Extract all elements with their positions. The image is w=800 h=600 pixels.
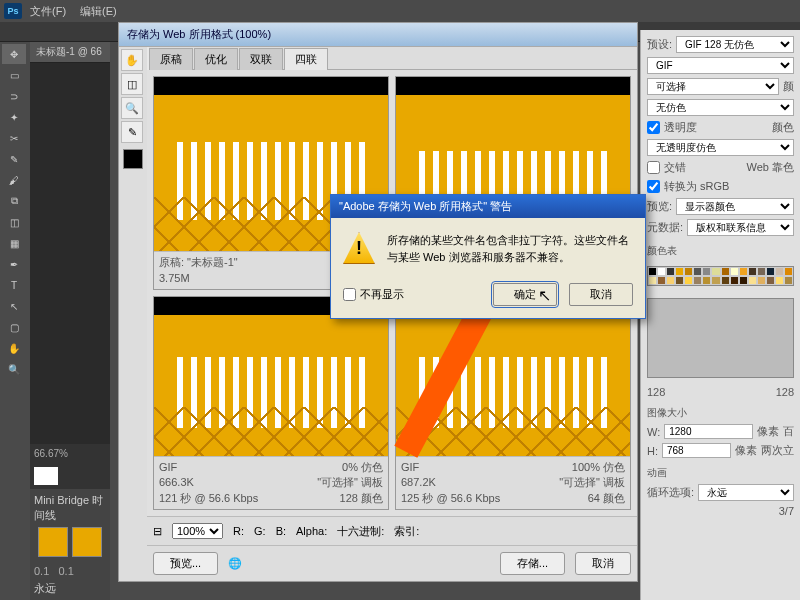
color-swatch[interactable]: [721, 276, 730, 285]
color-swatch[interactable]: [675, 276, 684, 285]
move-tool-icon[interactable]: ✥: [2, 44, 26, 64]
preview-button[interactable]: 预览...: [153, 552, 218, 575]
color-swatch[interactable]: [739, 276, 748, 285]
interlaced-check[interactable]: [647, 161, 660, 174]
frame-counter: 3/7: [779, 505, 794, 517]
foreground-swatch[interactable]: [34, 467, 58, 485]
matte-select[interactable]: 无透明度仿色: [647, 139, 794, 156]
optimize-settings-panel: 预设:GIF 128 无仿色 GIF 可选择颜 无仿色 透明度颜色 无透明度仿色…: [640, 30, 800, 600]
loop-forever[interactable]: 永远: [34, 581, 106, 596]
menu-edit[interactable]: 编辑(E): [74, 2, 123, 21]
tab-twoup[interactable]: 双联: [239, 48, 283, 70]
hand-icon[interactable]: ✋: [121, 49, 143, 71]
loop-select[interactable]: 永远: [698, 484, 794, 501]
color-swatch[interactable]: [730, 276, 739, 285]
width-input[interactable]: [664, 424, 753, 439]
color-swatch[interactable]: [648, 267, 657, 276]
ok-button[interactable]: 确定: [493, 283, 557, 306]
color-swatch[interactable]: [693, 276, 702, 285]
color-swatch[interactable]: [721, 267, 730, 276]
height-input[interactable]: [662, 443, 731, 458]
color-swatch[interactable]: [675, 267, 684, 276]
color-swatch[interactable]: [739, 267, 748, 276]
color-table-label: 颜色表: [647, 244, 794, 258]
menu-file[interactable]: 文件(F): [24, 2, 72, 21]
tab-fourup[interactable]: 四联: [284, 48, 328, 70]
color-swatch[interactable]: [684, 276, 693, 285]
transparency-check[interactable]: [647, 121, 660, 134]
color-swatch[interactable]: [648, 276, 657, 285]
crop-tool-icon[interactable]: ✂: [2, 128, 26, 148]
pen-tool-icon[interactable]: ✒: [2, 254, 26, 274]
eyedropper-icon[interactable]: ✎: [121, 121, 143, 143]
color-swatch[interactable]: [766, 267, 775, 276]
color-swatch[interactable]: [748, 267, 757, 276]
srgb-check[interactable]: [647, 180, 660, 193]
shape-tool-icon[interactable]: ▢: [2, 317, 26, 337]
preset-select[interactable]: GIF 128 无仿色: [676, 36, 794, 53]
image-size-label: 图像大小: [647, 406, 794, 420]
hand-tool-icon[interactable]: ✋: [2, 338, 26, 358]
color-swatch[interactable]: [775, 276, 784, 285]
cancel-button[interactable]: 取消: [575, 552, 631, 575]
color-swatch[interactable]: [748, 276, 757, 285]
color-swatch[interactable]: [693, 267, 702, 276]
eraser-tool-icon[interactable]: ◫: [2, 212, 26, 232]
browser-icon[interactable]: 🌐: [228, 557, 242, 570]
stamp-tool-icon[interactable]: ⧉: [2, 191, 26, 211]
preview-select[interactable]: 显示器颜色: [676, 198, 794, 215]
color-swatch[interactable]: [657, 267, 666, 276]
tab-optimized[interactable]: 优化: [194, 48, 238, 70]
dont-show-checkbox[interactable]: [343, 288, 356, 301]
format-select[interactable]: GIF: [647, 57, 794, 74]
tab-original[interactable]: 原稿: [149, 48, 193, 70]
reduction-select[interactable]: 可选择: [647, 78, 779, 95]
cancel-button[interactable]: 取消: [569, 283, 633, 306]
color-table-empty: [647, 298, 794, 378]
slice-icon[interactable]: ◫: [121, 73, 143, 95]
preview-cell[interactable]: GIF0% 仿色 666.3K"可选择" 调板 121 秒 @ 56.6 Kbp…: [153, 296, 389, 510]
color-swatch[interactable]: [757, 267, 766, 276]
tools-panel: ✥ ▭ ⊃ ✦ ✂ ✎ 🖌 ⧉ ◫ ▦ ✒ T ↖ ▢ ✋ 🔍: [0, 42, 30, 600]
gradient-tool-icon[interactable]: ▦: [2, 233, 26, 253]
marquee-tool-icon[interactable]: ▭: [2, 65, 26, 85]
sample-color-swatch[interactable]: [123, 149, 143, 169]
zoom-select[interactable]: 100%: [172, 523, 223, 539]
color-swatch[interactable]: [666, 276, 675, 285]
frame-thumb[interactable]: [72, 527, 102, 557]
save-button[interactable]: 存储...: [500, 552, 565, 575]
color-swatch[interactable]: [666, 267, 675, 276]
color-swatch[interactable]: [711, 276, 720, 285]
mini-bridge-tab[interactable]: Mini Bridge: [34, 494, 89, 506]
color-swatch[interactable]: [775, 267, 784, 276]
color-swatch[interactable]: [702, 276, 711, 285]
color-table[interactable]: [647, 266, 794, 286]
color-swatch[interactable]: [702, 267, 711, 276]
type-tool-icon[interactable]: T: [2, 275, 26, 295]
warning-title: "Adobe 存储为 Web 所用格式" 警告: [331, 195, 645, 218]
zoom-tool-icon[interactable]: 🔍: [2, 359, 26, 379]
color-swatch[interactable]: [766, 276, 775, 285]
frame-thumb[interactable]: [38, 527, 68, 557]
color-swatch[interactable]: [784, 267, 793, 276]
metadata-select[interactable]: 版权和联系信息: [687, 219, 794, 236]
warning-icon: !: [343, 232, 375, 264]
wand-tool-icon[interactable]: ✦: [2, 107, 26, 127]
color-swatch[interactable]: [684, 267, 693, 276]
color-swatch[interactable]: [657, 276, 666, 285]
dither-select[interactable]: 无仿色: [647, 99, 794, 116]
path-tool-icon[interactable]: ↖: [2, 296, 26, 316]
zoom-icon[interactable]: 🔍: [121, 97, 143, 119]
dont-show-again[interactable]: 不再显示: [343, 287, 404, 302]
brush-tool-icon[interactable]: 🖌: [2, 170, 26, 190]
color-swatch[interactable]: [730, 267, 739, 276]
document-tab[interactable]: 未标题-1 @ 66: [30, 42, 110, 63]
color-swatch[interactable]: [784, 276, 793, 285]
app-logo: Ps: [4, 3, 22, 19]
lasso-tool-icon[interactable]: ⊃: [2, 86, 26, 106]
color-swatch[interactable]: [757, 276, 766, 285]
color-swatch[interactable]: [711, 267, 720, 276]
eyedropper-tool-icon[interactable]: ✎: [2, 149, 26, 169]
animation-label: 动画: [647, 466, 794, 480]
preview-cell[interactable]: GIF100% 仿色 687.2K"可选择" 调板 125 秒 @ 56.6 K…: [395, 296, 631, 510]
